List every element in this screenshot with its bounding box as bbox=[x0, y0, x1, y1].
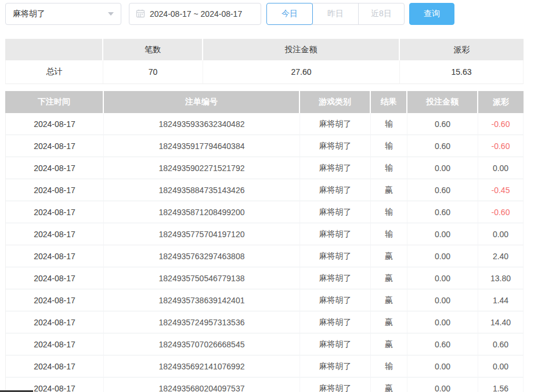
cell-bet-amount: 0.00 bbox=[407, 157, 478, 179]
cell-bet-id: 1824935902271521792 bbox=[104, 157, 300, 179]
cell-bet-time: 2024-08-17 bbox=[5, 157, 104, 179]
cell-game-type: 麻将胡了 bbox=[300, 378, 371, 392]
filter-bar: 麻将胡了 2024-08-17 ~ 2024-08-17 今日 昨日 近8日 查… bbox=[5, 3, 454, 25]
cell-bet-amount: 0.60 bbox=[407, 113, 478, 135]
calendar-icon bbox=[136, 9, 145, 20]
cell-result: 赢 bbox=[371, 289, 407, 311]
quick-date-buttons: 今日 昨日 近8日 bbox=[266, 3, 405, 25]
summary-header-bet-amount: 投注金额 bbox=[203, 39, 400, 60]
cell-game-type: 麻将胡了 bbox=[300, 311, 371, 333]
cell-game-type: 麻将胡了 bbox=[300, 157, 371, 179]
query-button[interactable]: 查询 bbox=[409, 3, 454, 25]
date-range-input[interactable]: 2024-08-17 ~ 2024-08-17 bbox=[129, 3, 261, 25]
cell-bet-amount: 0.60 bbox=[407, 179, 478, 201]
cell-bet-amount: 0.00 bbox=[407, 245, 478, 267]
table-row: 2024-08-17 1824935750546779138 麻将胡了 赢 0.… bbox=[5, 267, 524, 289]
cell-bet-id: 1824935738639142401 bbox=[104, 289, 300, 311]
cell-bet-time: 2024-08-17 bbox=[5, 311, 104, 333]
cell-bet-time: 2024-08-17 bbox=[5, 223, 104, 245]
cell-bet-id: 1824935871208499200 bbox=[104, 201, 300, 223]
cell-game-type: 麻将胡了 bbox=[300, 245, 371, 267]
header-bet-amount: 投注金额 bbox=[407, 91, 478, 113]
cell-bet-id: 1824935692141076992 bbox=[104, 355, 300, 378]
table-row: 2024-08-17 1824935680204097537 麻将胡了 赢 0.… bbox=[5, 378, 524, 392]
cell-result: 赢 bbox=[371, 333, 407, 355]
cell-bet-amount: 0.60 bbox=[407, 135, 478, 157]
table-row: 2024-08-17 1824935692141076992 麻将胡了 输 0.… bbox=[5, 355, 524, 378]
cell-result: 赢 bbox=[371, 311, 407, 333]
summary-header-count: 笔数 bbox=[103, 39, 203, 60]
summary-header-payout: 派彩 bbox=[400, 39, 524, 60]
table-row: 2024-08-17 1824935738639142401 麻将胡了 赢 0.… bbox=[5, 289, 524, 311]
cell-result: 赢 bbox=[371, 179, 407, 201]
cell-game-type: 麻将胡了 bbox=[300, 223, 371, 245]
summary-total-count: 70 bbox=[103, 60, 203, 84]
header-game-type: 游戏类别 bbox=[300, 91, 371, 113]
cell-bet-time: 2024-08-17 bbox=[5, 201, 104, 223]
cell-bet-amount: 0.00 bbox=[407, 378, 478, 392]
cell-bet-time: 2024-08-17 bbox=[5, 113, 104, 135]
cell-game-type: 麻将胡了 bbox=[300, 267, 371, 289]
cell-bet-amount: 0.00 bbox=[407, 223, 478, 245]
bet-records-table: 下注时间 注单编号 游戏类别 结果 投注金额 派彩 2024-08-17 182… bbox=[5, 91, 524, 392]
table-row: 2024-08-17 1824935902271521792 麻将胡了 输 0.… bbox=[5, 157, 524, 179]
cell-payout: -0.45 bbox=[478, 179, 524, 201]
cell-result: 输 bbox=[371, 113, 407, 135]
cell-payout: 1.56 bbox=[478, 378, 524, 392]
cell-payout: 0.00 bbox=[478, 157, 524, 179]
cell-bet-time: 2024-08-17 bbox=[5, 289, 104, 311]
cell-game-type: 麻将胡了 bbox=[300, 201, 371, 223]
cell-payout: 0.00 bbox=[478, 355, 524, 378]
quick-date-button[interactable]: 昨日 bbox=[312, 3, 359, 25]
cell-payout: 14.40 bbox=[478, 311, 524, 333]
cell-bet-amount: 0.00 bbox=[407, 289, 478, 311]
table-row: 2024-08-17 1824935884735143426 麻将胡了 赢 0.… bbox=[5, 179, 524, 201]
cell-payout: -0.60 bbox=[478, 113, 524, 135]
cell-bet-id: 1824935724957313536 bbox=[104, 311, 300, 333]
game-select[interactable]: 麻将胡了 bbox=[5, 3, 121, 25]
cell-result: 输 bbox=[371, 201, 407, 223]
cell-result: 赢 bbox=[371, 267, 407, 289]
table-row: 2024-08-17 1824935917794640384 麻将胡了 输 0.… bbox=[5, 135, 524, 157]
summary-header-row: 笔数 投注金额 派彩 bbox=[5, 39, 524, 60]
cell-result: 赢 bbox=[371, 378, 407, 392]
table-row: 2024-08-17 1824935763297463808 麻将胡了 赢 0.… bbox=[5, 245, 524, 267]
cell-game-type: 麻将胡了 bbox=[300, 289, 371, 311]
cell-bet-id: 1824935750546779138 bbox=[104, 267, 300, 289]
cell-bet-time: 2024-08-17 bbox=[5, 135, 104, 157]
cell-payout: 0.60 bbox=[478, 333, 524, 355]
cell-game-type: 麻将胡了 bbox=[300, 135, 371, 157]
cell-bet-time: 2024-08-17 bbox=[5, 333, 104, 355]
game-select-value: 麻将胡了 bbox=[13, 9, 108, 19]
header-result: 结果 bbox=[371, 91, 407, 113]
cell-bet-id: 1824935763297463808 bbox=[104, 245, 300, 267]
bet-table-body: 2024-08-17 1824935933632340482 麻将胡了 输 0.… bbox=[5, 113, 524, 392]
summary-total-payout: 15.63 bbox=[400, 60, 524, 84]
cell-result: 输 bbox=[371, 355, 407, 378]
cell-game-type: 麻将胡了 bbox=[300, 179, 371, 201]
summary-total-label: 总计 bbox=[5, 60, 103, 84]
cell-game-type: 麻将胡了 bbox=[300, 355, 371, 378]
cell-bet-amount: 0.00 bbox=[407, 267, 478, 289]
cell-result: 输 bbox=[371, 157, 407, 179]
cell-result: 赢 bbox=[371, 245, 407, 267]
cell-bet-id: 1824935933632340482 bbox=[104, 113, 300, 135]
table-row: 2024-08-17 1824935724957313536 麻将胡了 赢 0.… bbox=[5, 311, 524, 333]
quick-date-button[interactable]: 近8日 bbox=[358, 3, 405, 25]
cell-payout: 13.80 bbox=[478, 267, 524, 289]
cell-bet-id: 1824935775704197120 bbox=[104, 223, 300, 245]
cell-bet-id: 1824935680204097537 bbox=[104, 378, 300, 392]
cell-payout: 2.40 bbox=[478, 245, 524, 267]
cell-bet-id: 1824935707026668545 bbox=[104, 333, 300, 355]
summary-header-blank bbox=[5, 39, 103, 60]
table-row: 2024-08-17 1824935933632340482 麻将胡了 输 0.… bbox=[5, 113, 524, 135]
cell-payout: 1.44 bbox=[478, 289, 524, 311]
summary-total-bet-amount: 27.60 bbox=[203, 60, 400, 84]
cell-bet-id: 1824935917794640384 bbox=[104, 135, 300, 157]
quick-date-button[interactable]: 今日 bbox=[266, 3, 313, 25]
cell-result: 输 bbox=[371, 135, 407, 157]
cell-bet-time: 2024-08-17 bbox=[5, 267, 104, 289]
table-row: 2024-08-17 1824935775704197120 麻将胡了 输 0.… bbox=[5, 223, 524, 245]
cell-bet-id: 1824935884735143426 bbox=[104, 179, 300, 201]
cell-game-type: 麻将胡了 bbox=[300, 333, 371, 355]
